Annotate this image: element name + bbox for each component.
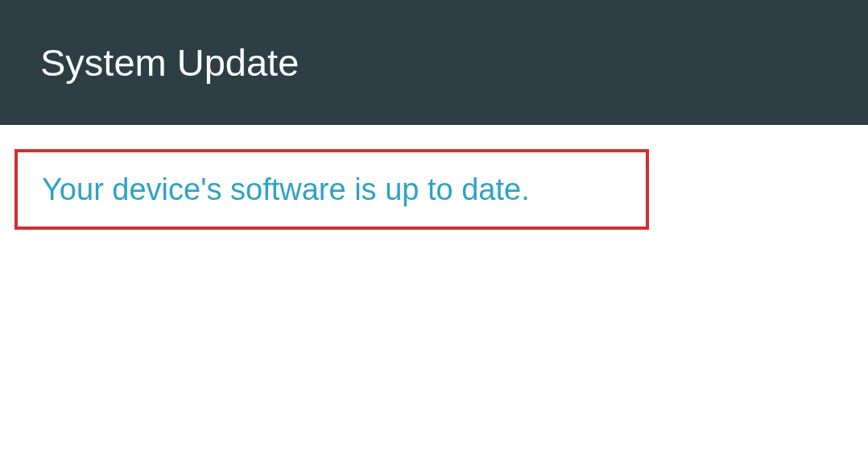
app-header: System Update: [0, 0, 868, 125]
content-area: Your device's software is up to date.: [0, 125, 868, 230]
status-highlight-box: Your device's software is up to date.: [14, 149, 649, 230]
update-status-message: Your device's software is up to date.: [42, 172, 530, 207]
page-title: System Update: [40, 40, 299, 85]
